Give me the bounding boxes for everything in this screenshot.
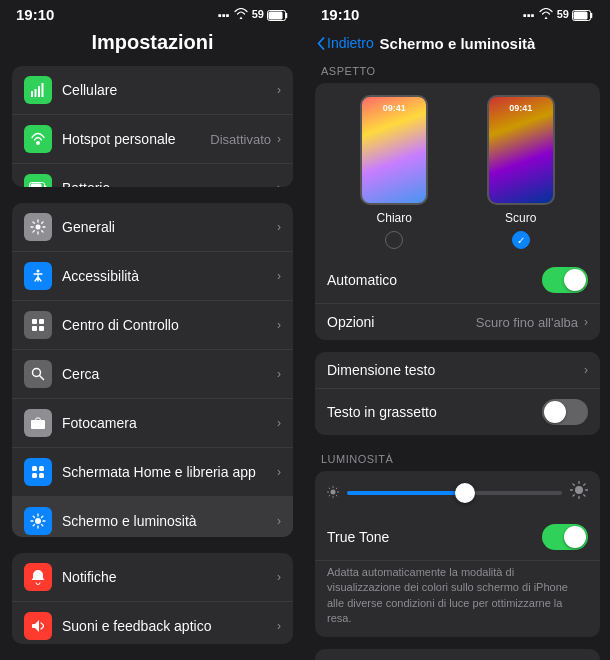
homescreen-item[interactable]: Schermata Home e libreria app ›: [12, 448, 293, 497]
true-tone-description: Adatta automaticamente la modalità di vi…: [315, 561, 600, 637]
homescreen-icon: [24, 458, 52, 486]
svg-rect-5: [42, 83, 44, 97]
right-time: 19:10: [321, 6, 359, 23]
chiaro-radio[interactable]: [385, 231, 403, 249]
left-status-icons: ▪▪▪ 59: [218, 8, 289, 21]
camera-icon: [24, 409, 52, 437]
wifi-icon: [234, 8, 248, 21]
cellular-label: Cellulare: [62, 82, 275, 98]
control-center-icon: [24, 311, 52, 339]
right-content: ASPETTO 09:41 Chiaro 09:41 Scuro: [305, 55, 610, 660]
right-status-icons: ▪▪▪ 59: [523, 8, 594, 21]
back-button[interactable]: Indietro: [317, 35, 374, 51]
night-shift-group: Night Shift Dal tramonto all'alba ›: [315, 649, 600, 660]
right-wifi-icon: [539, 8, 553, 21]
scuro-time: 09:41: [489, 103, 553, 113]
svg-rect-22: [32, 473, 37, 478]
automatico-toggle[interactable]: [542, 267, 588, 293]
svg-rect-1: [269, 11, 283, 19]
scuro-label: Scuro: [505, 211, 536, 225]
true-tone-toggle[interactable]: [542, 524, 588, 550]
brightness-low-icon: [327, 485, 339, 501]
opzioni-item[interactable]: Opzioni Scuro fino all'alba ›: [315, 304, 600, 340]
notifiche-label: Notifiche: [62, 569, 275, 585]
search-label: Cerca: [62, 366, 275, 382]
brightness-slider[interactable]: [347, 491, 562, 495]
suoni-icon: [24, 612, 52, 640]
hotspot-label: Hotspot personale: [62, 131, 210, 147]
svg-rect-13: [39, 319, 44, 324]
cellular-icon: [24, 76, 52, 104]
opzioni-chevron: ›: [584, 315, 588, 329]
accessibility-icon: [24, 262, 52, 290]
notifiche-item[interactable]: Notifiche ›: [12, 553, 293, 602]
luminosita-section-label: LUMINOSITÀ: [305, 447, 610, 471]
left-panel: 19:10 ▪▪▪ 59 Impostazioni: [0, 0, 305, 660]
hotspot-chevron: ›: [277, 132, 281, 146]
automatico-item[interactable]: Automatico: [315, 257, 600, 304]
svg-rect-20: [32, 466, 37, 471]
hotspot-icon: [24, 125, 52, 153]
search-item[interactable]: Cerca ›: [12, 350, 293, 399]
svg-point-10: [36, 225, 41, 230]
scuro-radio[interactable]: [512, 231, 530, 249]
text-group: Dimensione testo › Testo in grassetto: [315, 352, 600, 435]
svg-rect-23: [39, 473, 44, 478]
hotspot-value: Disattivato: [210, 132, 271, 147]
general-label: Generali: [62, 219, 275, 235]
left-time: 19:10: [16, 6, 54, 23]
testo-grassetto-item[interactable]: Testo in grassetto: [315, 389, 600, 435]
battery-icon: 59: [252, 8, 289, 21]
hotspot-item[interactable]: Hotspot personale Disattivato ›: [12, 115, 293, 164]
brightness-row[interactable]: [315, 471, 600, 514]
right-signal-icon: ▪▪▪: [523, 9, 535, 21]
general-chevron: ›: [277, 220, 281, 234]
display-chevron: ›: [277, 514, 281, 528]
svg-point-30: [331, 489, 336, 494]
night-shift-item[interactable]: Night Shift Dal tramonto all'alba ›: [315, 649, 600, 660]
testo-grassetto-thumb: [544, 401, 566, 423]
true-tone-item[interactable]: True Tone: [315, 514, 600, 561]
accessibility-label: Accessibilità: [62, 268, 275, 284]
control-center-item[interactable]: Centro di Controllo ›: [12, 301, 293, 350]
accessibility-item[interactable]: Accessibilità ›: [12, 252, 293, 301]
battery-item[interactable]: Batteria ›: [12, 164, 293, 187]
brightness-high-icon: [570, 481, 588, 504]
display-item[interactable]: Schermo e luminosità ›: [12, 497, 293, 537]
camera-chevron: ›: [277, 416, 281, 430]
svg-rect-4: [38, 86, 40, 97]
opzioni-label: Opzioni: [327, 314, 476, 330]
left-page-title: Impostazioni: [0, 27, 305, 66]
general-item[interactable]: Generali ›: [12, 203, 293, 252]
notifiche-chevron: ›: [277, 570, 281, 584]
appearance-row: 09:41 Chiaro 09:41 Scuro: [315, 83, 600, 257]
svg-rect-3: [35, 89, 37, 97]
search-icon: [24, 360, 52, 388]
dimensione-testo-item[interactable]: Dimensione testo ›: [315, 352, 600, 389]
settings-group-system: Generali › Accessibilità › Centro di Con…: [12, 203, 293, 537]
svg-point-19: [36, 422, 41, 427]
camera-item[interactable]: Fotocamera ›: [12, 399, 293, 448]
luminosita-group: True Tone Adatta automaticamente la moda…: [315, 471, 600, 637]
chiaro-option[interactable]: 09:41 Chiaro: [360, 95, 428, 249]
search-chevron: ›: [277, 367, 281, 381]
signal-icon: ▪▪▪: [218, 9, 230, 21]
settings-group-connectivity: Cellulare › Hotspot personale Disattivat…: [12, 66, 293, 187]
cellular-item[interactable]: Cellulare ›: [12, 66, 293, 115]
homescreen-chevron: ›: [277, 465, 281, 479]
aspetto-section-label: ASPETTO: [305, 59, 610, 83]
settings-group-notifications: Notifiche › Suoni e feedback aptico › Fu…: [12, 553, 293, 644]
svg-rect-12: [32, 319, 37, 324]
svg-rect-29: [574, 11, 588, 19]
suoni-item[interactable]: Suoni e feedback aptico ›: [12, 602, 293, 644]
right-nav-bar: Indietro Schermo e luminosità: [305, 27, 610, 55]
camera-label: Fotocamera: [62, 415, 275, 431]
left-status-bar: 19:10 ▪▪▪ 59: [0, 0, 305, 27]
accessibility-chevron: ›: [277, 269, 281, 283]
svg-point-6: [36, 141, 40, 145]
aspetto-group: 09:41 Chiaro 09:41 Scuro Automatico: [315, 83, 600, 340]
testo-grassetto-toggle[interactable]: [542, 399, 588, 425]
scuro-option[interactable]: 09:41 Scuro: [487, 95, 555, 249]
true-tone-label: True Tone: [327, 529, 542, 545]
homescreen-label: Schermata Home e libreria app: [62, 464, 275, 480]
